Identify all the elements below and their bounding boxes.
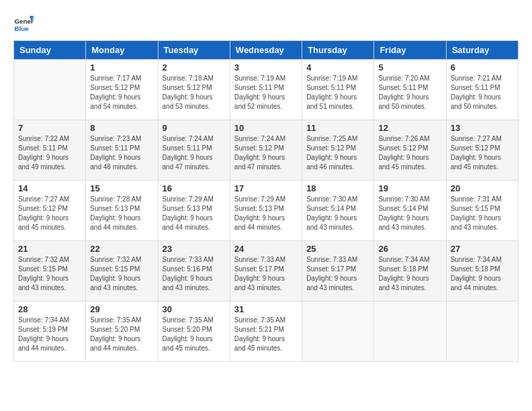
page-header: General Blue [13, 13, 519, 34]
day-number: 27 [451, 244, 514, 254]
day-number: 16 [163, 183, 226, 193]
week-row-4: 21Sunrise: 7:32 AMSunset: 5:15 PMDayligh… [14, 241, 519, 302]
day-number: 13 [451, 123, 514, 133]
day-cell: 17Sunrise: 7:29 AMSunset: 5:13 PMDayligh… [230, 181, 302, 241]
calendar-header-row: SundayMondayTuesdayWednesdayThursdayFrid… [14, 41, 519, 60]
day-detail: Sunrise: 7:19 AMSunset: 5:11 PMDaylight:… [306, 74, 369, 111]
day-number: 12 [378, 123, 441, 133]
col-header-sunday: Sunday [14, 41, 86, 60]
day-detail: Sunrise: 7:28 AMSunset: 5:13 PMDaylight:… [90, 195, 153, 232]
day-number: 5 [378, 62, 441, 73]
calendar-table: SundayMondayTuesdayWednesdayThursdayFrid… [13, 40, 519, 362]
day-number: 2 [163, 62, 226, 73]
day-detail: Sunrise: 7:21 AMSunset: 5:11 PMDaylight:… [451, 74, 514, 111]
day-cell: 11Sunrise: 7:25 AMSunset: 5:12 PMDayligh… [302, 120, 374, 181]
day-detail: Sunrise: 7:17 AMSunset: 5:12 PMDaylight:… [90, 74, 153, 111]
svg-text:Blue: Blue [15, 25, 30, 32]
day-detail: Sunrise: 7:25 AMSunset: 5:12 PMDaylight:… [306, 134, 369, 172]
day-number: 10 [234, 123, 298, 133]
day-detail: Sunrise: 7:20 AMSunset: 5:11 PMDaylight:… [378, 74, 441, 111]
calendar-body: 1Sunrise: 7:17 AMSunset: 5:12 PMDaylight… [14, 60, 519, 362]
col-header-wednesday: Wednesday [230, 41, 302, 60]
day-number: 22 [90, 244, 153, 254]
day-detail: Sunrise: 7:26 AMSunset: 5:12 PMDaylight:… [378, 134, 441, 172]
day-number: 26 [378, 244, 441, 254]
day-detail: Sunrise: 7:29 AMSunset: 5:13 PMDaylight:… [234, 195, 298, 232]
day-number: 31 [234, 304, 298, 314]
day-cell: 31Sunrise: 7:35 AMSunset: 5:21 PMDayligh… [230, 302, 302, 362]
day-number: 14 [18, 183, 81, 193]
day-detail: Sunrise: 7:23 AMSunset: 5:11 PMDaylight:… [90, 134, 153, 172]
day-detail: Sunrise: 7:34 AMSunset: 5:18 PMDaylight:… [378, 255, 441, 293]
day-detail: Sunrise: 7:18 AMSunset: 5:12 PMDaylight:… [163, 74, 226, 111]
day-cell: 20Sunrise: 7:31 AMSunset: 5:15 PMDayligh… [446, 181, 518, 241]
day-cell: 21Sunrise: 7:32 AMSunset: 5:15 PMDayligh… [14, 241, 86, 302]
day-cell: 26Sunrise: 7:34 AMSunset: 5:18 PMDayligh… [374, 241, 446, 302]
day-number: 9 [163, 123, 226, 133]
day-detail: Sunrise: 7:19 AMSunset: 5:11 PMDaylight:… [234, 74, 298, 111]
day-cell: 24Sunrise: 7:33 AMSunset: 5:17 PMDayligh… [230, 241, 302, 302]
day-detail: Sunrise: 7:32 AMSunset: 5:15 PMDaylight:… [18, 255, 81, 293]
day-cell: 30Sunrise: 7:35 AMSunset: 5:20 PMDayligh… [158, 302, 230, 362]
day-cell: 22Sunrise: 7:32 AMSunset: 5:15 PMDayligh… [86, 241, 158, 302]
day-cell: 2Sunrise: 7:18 AMSunset: 5:12 PMDaylight… [158, 60, 230, 120]
day-number: 21 [18, 244, 81, 254]
day-cell: 5Sunrise: 7:20 AMSunset: 5:11 PMDaylight… [374, 60, 446, 120]
day-cell: 12Sunrise: 7:26 AMSunset: 5:12 PMDayligh… [374, 120, 446, 181]
day-number: 3 [234, 62, 298, 73]
day-detail: Sunrise: 7:29 AMSunset: 5:13 PMDaylight:… [163, 195, 226, 232]
day-detail: Sunrise: 7:33 AMSunset: 5:17 PMDaylight:… [234, 255, 298, 293]
day-cell: 1Sunrise: 7:17 AMSunset: 5:12 PMDaylight… [86, 60, 158, 120]
week-row-1: 1Sunrise: 7:17 AMSunset: 5:12 PMDaylight… [14, 60, 519, 120]
week-row-2: 7Sunrise: 7:22 AMSunset: 5:11 PMDaylight… [14, 120, 519, 181]
day-number: 23 [163, 244, 226, 254]
day-detail: Sunrise: 7:34 AMSunset: 5:18 PMDaylight:… [451, 255, 514, 293]
day-number: 29 [90, 304, 153, 314]
col-header-saturday: Saturday [446, 41, 518, 60]
col-header-tuesday: Tuesday [158, 41, 230, 60]
day-cell: 7Sunrise: 7:22 AMSunset: 5:11 PMDaylight… [14, 120, 86, 181]
day-cell: 27Sunrise: 7:34 AMSunset: 5:18 PMDayligh… [446, 241, 518, 302]
day-detail: Sunrise: 7:30 AMSunset: 5:14 PMDaylight:… [306, 195, 369, 232]
day-number: 4 [306, 62, 369, 73]
day-cell: 23Sunrise: 7:33 AMSunset: 5:16 PMDayligh… [158, 241, 230, 302]
day-cell [302, 302, 374, 362]
day-detail: Sunrise: 7:35 AMSunset: 5:20 PMDaylight:… [90, 316, 153, 353]
day-number: 28 [18, 304, 81, 314]
col-header-monday: Monday [86, 41, 158, 60]
day-cell [374, 302, 446, 362]
day-detail: Sunrise: 7:30 AMSunset: 5:14 PMDaylight:… [378, 195, 441, 232]
day-number: 6 [451, 62, 514, 73]
day-cell: 29Sunrise: 7:35 AMSunset: 5:20 PMDayligh… [86, 302, 158, 362]
day-number: 19 [378, 183, 441, 193]
day-cell: 13Sunrise: 7:27 AMSunset: 5:12 PMDayligh… [446, 120, 518, 181]
week-row-3: 14Sunrise: 7:27 AMSunset: 5:12 PMDayligh… [14, 181, 519, 241]
col-header-thursday: Thursday [302, 41, 374, 60]
day-detail: Sunrise: 7:22 AMSunset: 5:11 PMDaylight:… [18, 134, 81, 172]
day-cell: 25Sunrise: 7:33 AMSunset: 5:17 PMDayligh… [302, 241, 374, 302]
day-cell: 3Sunrise: 7:19 AMSunset: 5:11 PMDaylight… [230, 60, 302, 120]
day-detail: Sunrise: 7:24 AMSunset: 5:12 PMDaylight:… [234, 134, 298, 172]
day-cell: 9Sunrise: 7:24 AMSunset: 5:11 PMDaylight… [158, 120, 230, 181]
day-cell: 6Sunrise: 7:21 AMSunset: 5:11 PMDaylight… [446, 60, 518, 120]
day-number: 24 [234, 244, 298, 254]
col-header-friday: Friday [374, 41, 446, 60]
day-number: 17 [234, 183, 298, 193]
day-detail: Sunrise: 7:34 AMSunset: 5:19 PMDaylight:… [18, 316, 81, 353]
day-detail: Sunrise: 7:33 AMSunset: 5:17 PMDaylight:… [306, 255, 369, 293]
day-number: 18 [306, 183, 369, 193]
day-number: 25 [306, 244, 369, 254]
day-detail: Sunrise: 7:31 AMSunset: 5:15 PMDaylight:… [451, 195, 514, 232]
day-cell: 15Sunrise: 7:28 AMSunset: 5:13 PMDayligh… [86, 181, 158, 241]
day-cell: 16Sunrise: 7:29 AMSunset: 5:13 PMDayligh… [158, 181, 230, 241]
day-cell: 14Sunrise: 7:27 AMSunset: 5:12 PMDayligh… [14, 181, 86, 241]
week-row-5: 28Sunrise: 7:34 AMSunset: 5:19 PMDayligh… [14, 302, 519, 362]
day-number: 30 [163, 304, 226, 314]
day-number: 20 [451, 183, 514, 193]
day-number: 1 [90, 62, 153, 73]
day-cell [446, 302, 518, 362]
day-cell: 10Sunrise: 7:24 AMSunset: 5:12 PMDayligh… [230, 120, 302, 181]
logo-icon: General Blue [13, 13, 34, 34]
day-detail: Sunrise: 7:35 AMSunset: 5:21 PMDaylight:… [234, 316, 298, 353]
day-cell: 28Sunrise: 7:34 AMSunset: 5:19 PMDayligh… [14, 302, 86, 362]
